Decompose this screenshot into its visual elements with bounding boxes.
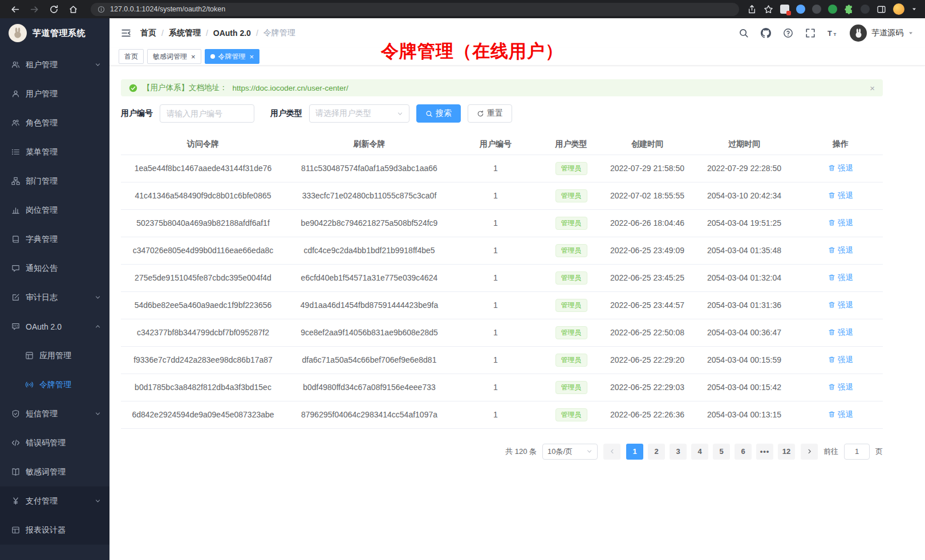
breadcrumb-item[interactable]: OAuth 2.0 — [213, 29, 251, 38]
tab-close-icon[interactable]: × — [250, 53, 254, 60]
table-row: 54d6be82ee5a460a9aedc1f9bf22365649d1aa46… — [121, 291, 883, 319]
list-icon — [11, 148, 20, 156]
force-logout-button[interactable]: 强退 — [828, 300, 853, 310]
app-logo[interactable]: 芋道管理系统 — [0, 18, 109, 48]
sidebar-item[interactable]: 短信管理 — [0, 399, 109, 428]
table-cell: 1ea5e44f8bc1467aaede43144f31de76 — [121, 155, 285, 182]
force-logout-button[interactable]: 强退 — [828, 355, 853, 365]
github-icon[interactable] — [761, 28, 771, 38]
page-button[interactable]: 12 — [778, 444, 795, 460]
browser-profile-avatar[interactable] — [893, 3, 904, 15]
svg-text:T: T — [827, 29, 832, 38]
tab[interactable]: 令牌管理× — [205, 49, 260, 64]
back-icon[interactable] — [10, 5, 20, 14]
bookmark-star-icon[interactable] — [764, 5, 773, 14]
force-logout-button[interactable]: 强退 — [828, 327, 853, 338]
next-page-button[interactable] — [801, 444, 818, 460]
force-logout-button[interactable]: 强退 — [828, 409, 853, 420]
force-logout-label: 强退 — [838, 163, 853, 173]
force-logout-button[interactable]: 强退 — [828, 245, 853, 255]
search-icon[interactable] — [739, 28, 749, 38]
fullscreen-icon[interactable] — [805, 28, 816, 38]
page-button[interactable]: 4 — [691, 444, 708, 460]
forward-icon[interactable] — [30, 5, 39, 14]
breadcrumb-item[interactable]: 首页 — [140, 28, 156, 38]
menu-fold-icon[interactable] — [121, 28, 131, 38]
sidebar-item[interactable]: 用户管理 — [0, 79, 109, 108]
font-size-icon[interactable]: TT — [827, 28, 838, 38]
table-cell: 2022-06-25 22:50:08 — [605, 319, 690, 346]
side-panel-icon[interactable] — [877, 5, 886, 14]
page-button[interactable]: 3 — [670, 444, 687, 460]
tab[interactable]: 首页 — [119, 49, 144, 64]
sidebar-item[interactable]: 角色管理 — [0, 108, 109, 137]
sidebar-subitem[interactable]: 应用管理 — [0, 341, 109, 370]
force-logout-button[interactable]: 强退 — [828, 190, 853, 201]
force-logout-button[interactable]: 强退 — [828, 382, 853, 392]
info-icon[interactable] — [98, 6, 105, 13]
page-size-select[interactable]: 10条/页 — [542, 444, 598, 460]
signal-icon — [25, 380, 34, 389]
force-logout-button[interactable]: 强退 — [828, 218, 853, 228]
goto-page-input[interactable] — [844, 444, 870, 460]
page-button[interactable]: 2 — [648, 444, 665, 460]
page-button[interactable]: 5 — [713, 444, 730, 460]
tab[interactable]: 敏感词管理× — [147, 49, 201, 64]
alert-close-icon[interactable]: × — [870, 83, 875, 93]
sidebar-item[interactable]: 租户管理 — [0, 50, 109, 79]
comment-icon — [11, 322, 20, 331]
layout-icon — [11, 526, 20, 534]
doc-link[interactable]: https://doc.iocoder.cn/user-center/ — [233, 84, 348, 92]
force-logout-button[interactable]: 强退 — [828, 163, 853, 173]
table-cell: 管理员 — [538, 237, 605, 264]
sidebar-item-label: 岗位管理 — [26, 205, 101, 216]
sidebar-item[interactable]: 审计日志 — [0, 283, 109, 312]
home-icon[interactable] — [68, 5, 78, 14]
sidebar-item[interactable]: 部门管理 — [0, 167, 109, 196]
sidebar-item[interactable]: 报表设计器 — [0, 516, 109, 545]
prev-page-button[interactable] — [603, 444, 620, 460]
sidebar-subitem[interactable]: 令牌管理 — [0, 370, 109, 399]
sidebar-item[interactable]: 字典管理 — [0, 225, 109, 254]
sidebar-item[interactable]: 支付管理 — [0, 486, 109, 516]
extensions-puzzle-icon[interactable] — [844, 5, 854, 14]
tab-close-icon[interactable]: × — [191, 53, 196, 60]
reset-button[interactable]: 重置 — [468, 104, 512, 123]
user-id-input[interactable] — [160, 104, 254, 123]
page-button[interactable]: 6 — [735, 444, 752, 460]
search-button[interactable]: 搜索 — [416, 104, 461, 123]
user-type-select[interactable]: 请选择用户类型 — [309, 104, 409, 123]
sidebar-item[interactable]: 敏感词管理 — [0, 457, 109, 486]
edit-icon — [11, 293, 20, 302]
page-button[interactable]: 1 — [626, 444, 643, 460]
extension-icon[interactable] — [780, 5, 789, 14]
user-name: 芋道源码 — [871, 28, 903, 38]
breadcrumb-item[interactable]: 系统管理 — [169, 28, 201, 38]
trash-icon — [828, 164, 835, 172]
table-row: f9336e7c7dd242a283ee98dc86b17a87dfa6c71a… — [121, 346, 883, 374]
force-logout-label: 强退 — [838, 190, 853, 201]
extension-icon[interactable] — [828, 5, 837, 14]
extension-icon[interactable] — [861, 5, 870, 14]
reload-icon[interactable] — [49, 5, 59, 14]
sidebar-item[interactable]: 通知公告 — [0, 254, 109, 283]
user-menu[interactable]: 芋道源码 — [850, 25, 914, 42]
extension-icon[interactable] — [796, 5, 805, 14]
token-table: 访问令牌刷新令牌用户编号用户类型创建时间过期时间操作 1ea5e44f8bc14… — [121, 134, 883, 429]
share-icon[interactable] — [747, 5, 757, 14]
sidebar-item[interactable]: OAuth 2.0 — [0, 312, 109, 341]
trash-icon — [828, 192, 835, 199]
extension-icon[interactable] — [812, 5, 821, 14]
chevron-left-icon — [609, 448, 615, 455]
profile-caret-icon[interactable] — [911, 6, 917, 12]
sidebar-item[interactable]: 岗位管理 — [0, 196, 109, 225]
pagination-ellipsis[interactable]: ••• — [756, 444, 773, 460]
main-area: 首页/系统管理/OAuth 2.0/令牌管理 TT 芋道源码 首页敏感词管理×令… — [109, 18, 925, 560]
table-cell: 2054-03-04 00:36:47 — [690, 319, 798, 346]
sidebar-item[interactable]: 菜单管理 — [0, 137, 109, 167]
force-logout-button[interactable]: 强退 — [828, 273, 853, 283]
sidebar-item[interactable]: 错误码管理 — [0, 428, 109, 457]
table-cell: c347026e805e4d99b0d116eae66eda8c — [121, 237, 285, 264]
help-icon[interactable] — [783, 28, 793, 38]
address-bar[interactable]: 127.0.0.1:1024/system/oauth2/token — [91, 3, 739, 16]
